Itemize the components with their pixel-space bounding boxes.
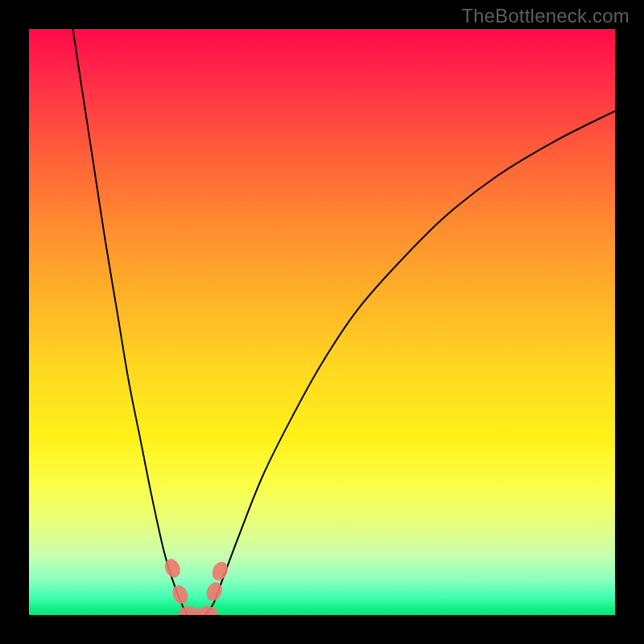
plot-area xyxy=(29,29,615,615)
bottleneck-curve xyxy=(73,29,615,615)
watermark-text: TheBottleneck.com xyxy=(461,5,630,27)
curve-left-branch xyxy=(73,29,188,615)
marker-floor-left xyxy=(179,606,200,615)
data-markers xyxy=(162,556,230,615)
curve-right-branch xyxy=(204,111,615,615)
marker-floor-right xyxy=(196,606,217,615)
chart-frame: TheBottleneck.com xyxy=(0,0,644,644)
marker-left-wall-upper xyxy=(162,556,183,580)
marker-left-wall-lower xyxy=(170,583,191,606)
marker-right-wall-upper xyxy=(209,559,230,583)
plot-svg xyxy=(29,29,615,615)
